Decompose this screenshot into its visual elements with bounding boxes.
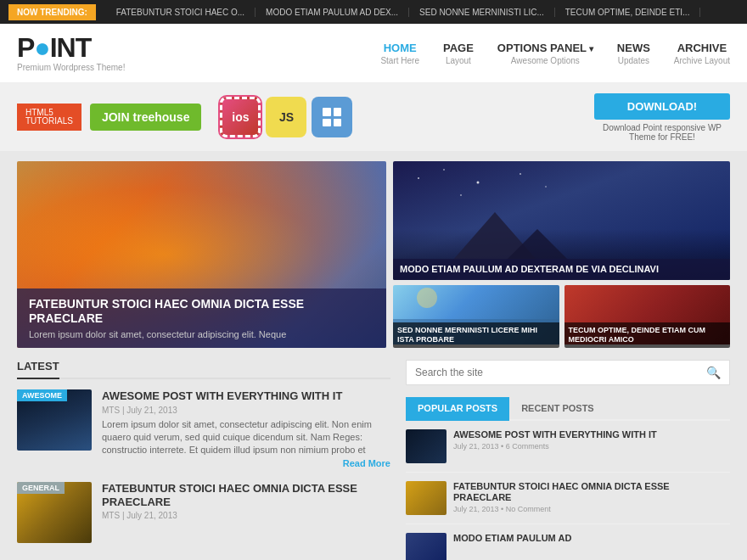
post-title-1[interactable]: AWESOME POST WITH EVERYTHING WITH IT: [102, 389, 390, 403]
grid-icon: [312, 97, 352, 137]
side-thumb-1-caption: SED NONNE MERNINISTI LICERE MIHI ISTA PR…: [393, 322, 559, 348]
nav-options-sub: Awesome Options: [497, 56, 593, 65]
nav-home-sub: Start Here: [380, 56, 419, 65]
post-excerpt-1: Lorem ipsum dolor sit amet, consectetur …: [102, 418, 390, 457]
trending-bar: NOW TRENDING: FATEBUNTUR STOICI HAEC O..…: [0, 0, 747, 24]
side-main-post[interactable]: MODO ETIAM PAULUM AD DEXTERAM DE VIA DEC…: [393, 161, 730, 280]
nav-archive-label: ARCHIVE: [674, 42, 730, 54]
post-date-1: July 21, 2013: [126, 406, 177, 415]
post-thumb-2[interactable]: GENERAL: [17, 482, 92, 543]
featured-caption: FATEBUNTUR STOICI HAEC OMNIA DICTA ESSE …: [17, 288, 386, 348]
trending-item-4[interactable]: TECUM OPTIME, DEINDE ETI...: [555, 8, 701, 17]
post-meta-1: MTS | July 21, 2013: [102, 406, 390, 415]
post-title-2[interactable]: FATEBUNTUR STOICI HAEC OMNIA DICTA ESSE …: [102, 482, 390, 508]
html5-banner: HTML5 TUTORIALS JOIN treehouse: [17, 104, 201, 131]
trending-item-2[interactable]: MODO ETIAM PAULUM AD DEX...: [256, 8, 409, 17]
logo-tagline: Premium Wordpress Theme!: [17, 63, 170, 72]
nav-page-label: PAGE: [443, 42, 474, 54]
sidebar-post-3: MODO ETIAM PAULUM AD: [406, 533, 730, 560]
svg-point-5: [460, 194, 462, 196]
nav-archive-sub: Archive Layout: [674, 56, 730, 65]
tab-popular-posts[interactable]: POPULAR POSTS: [406, 397, 509, 421]
sb-title-1[interactable]: AWESOME POST WITH EVERYTHING WITH IT: [453, 429, 657, 440]
side-thumb-2-title: TECUM OPTIME, DEINDE ETIAM CUM MEDIOCRI …: [569, 326, 727, 344]
download-button[interactable]: DOWNLOAD!: [594, 93, 730, 120]
treehouse-button[interactable]: JOIN treehouse: [90, 104, 202, 131]
featured-title: FATEBUNTUR STOICI HAEC OMNIA DICTA ESSE …: [29, 297, 374, 326]
side-main-title: MODO ETIAM PAULUM AD DEXTERAM DE VIA DEC…: [400, 264, 723, 275]
sb-comments-1: 6 Comments: [506, 442, 549, 451]
logo-area: P●INT Premium Wordpress Theme!: [17, 34, 170, 72]
trending-items: FATEBUNTUR STOICI HAEC O... MODO ETIAM P…: [106, 8, 739, 17]
post-meta-2: MTS | July 21, 2013: [102, 511, 390, 520]
tab-recent-posts[interactable]: RECENT POSTS: [509, 397, 606, 421]
nav-archive[interactable]: ARCHIVE Archive Layout: [674, 42, 730, 65]
side-main-caption: MODO ETIAM PAULUM AD DEXTERAM DE VIA DEC…: [393, 259, 730, 280]
search-icon[interactable]: 🔍: [706, 366, 721, 379]
sb-thumb-2[interactable]: [406, 481, 447, 515]
logo[interactable]: P●INT: [17, 34, 170, 61]
post-tag-2: GENERAL: [17, 482, 65, 494]
tabs-bar: POPULAR POSTS RECENT POSTS: [406, 397, 730, 421]
post-item-2: GENERAL FATEBUNTUR STOICI HAEC OMNIA DIC…: [17, 482, 390, 543]
nav-news-sub: Updates: [617, 56, 650, 65]
sb-thumb-3-image: [406, 533, 447, 560]
post-date-2: July 21, 2013: [126, 511, 177, 520]
sb-title-2[interactable]: FATEBUNTUR STOICI HAEC OMNIA DICTA ESSE …: [453, 481, 730, 503]
nav-page[interactable]: PAGE Layout: [443, 42, 474, 65]
sb-content-1: AWESOME POST WITH EVERYTHING WITH IT Jul…: [453, 429, 657, 463]
nav-news-label: NEWS: [617, 42, 650, 54]
post-author-2: MTS: [102, 511, 120, 520]
nav-options[interactable]: OPTIONS PANEL Awesome Options: [497, 42, 593, 65]
download-section: DOWNLOAD! Download Point responsive WP T…: [594, 93, 730, 142]
post-thumb-1[interactable]: AWESOME: [17, 389, 92, 451]
search-box[interactable]: 🔍: [406, 360, 730, 385]
sb-meta-1: July 21, 2013 • 6 Comments: [453, 442, 657, 451]
svg-point-4: [545, 186, 547, 188]
search-input[interactable]: [415, 367, 706, 378]
logo-dot: ●: [34, 32, 49, 63]
nav-page-sub: Layout: [443, 56, 474, 65]
nav-home[interactable]: HOME Start Here: [380, 42, 419, 65]
post-content-1: AWESOME POST WITH EVERYTHING WITH IT MTS…: [102, 389, 390, 470]
nav-home-label: HOME: [380, 42, 419, 54]
download-text: Download Point responsive WP Theme for F…: [594, 123, 730, 142]
svg-point-1: [443, 169, 445, 171]
nav-options-label: OPTIONS PANEL: [497, 42, 593, 54]
post-author-1: MTS: [102, 406, 120, 415]
sb-content-2: FATEBUNTUR STOICI HAEC OMNIA DICTA ESSE …: [453, 481, 730, 515]
svg-point-3: [520, 173, 521, 175]
side-thumb-1[interactable]: SED NONNE MERNINISTI LICERE MIHI ISTA PR…: [393, 285, 559, 348]
html5-sub: TUTORIALS: [25, 117, 73, 126]
sb-meta-2: July 21, 2013 • No Comment: [453, 505, 730, 513]
post-tag-1: AWESOME: [17, 389, 67, 401]
post-content-2: FATEBUNTUR STOICI HAEC OMNIA DICTA ESSE …: [102, 482, 390, 543]
sidebar: 🔍 POPULAR POSTS RECENT POSTS AWESOME POS…: [406, 360, 730, 560]
main-nav: HOME Start Here PAGE Layout OPTIONS PANE…: [380, 42, 730, 65]
trending-item-1[interactable]: FATEBUNTUR STOICI HAEC O...: [106, 8, 256, 17]
svg-point-0: [418, 177, 419, 179]
side-thumb-2[interactable]: TECUM OPTIME, DEINDE ETIAM CUM MEDIOCRI …: [564, 285, 731, 348]
sb-title-3[interactable]: MODO ETIAM PAULUM AD: [453, 533, 571, 544]
latest-header: LATEST: [17, 360, 390, 379]
banner: HTML5 TUTORIALS JOIN treehouse ios JS DO…: [0, 83, 747, 151]
js-icon: JS: [266, 97, 306, 137]
nav-news[interactable]: NEWS Updates: [617, 42, 650, 65]
sb-thumb-1[interactable]: [406, 429, 447, 463]
sb-thumb-1-image: [406, 429, 447, 463]
side-thumbs: SED NONNE MERNINISTI LICERE MIHI ISTA PR…: [393, 285, 730, 348]
sb-thumb-2-image: [406, 481, 447, 515]
sb-thumb-3[interactable]: [406, 533, 447, 560]
featured-excerpt: Lorem ipsum dolor sit amet, consectetur …: [29, 329, 374, 339]
header: P●INT Premium Wordpress Theme! HOME Star…: [0, 24, 747, 83]
bottom-section: LATEST AWESOME AWESOME POST WITH EVERYTH…: [0, 360, 747, 560]
trending-item-3[interactable]: SED NONNE MERNINISTI LIC...: [409, 8, 555, 17]
read-more-1[interactable]: Read More: [343, 457, 390, 470]
side-thumb-2-caption: TECUM OPTIME, DEINDE ETIAM CUM MEDIOCRI …: [564, 322, 731, 348]
sb-content-3: MODO ETIAM PAULUM AD: [453, 533, 571, 560]
sb-date-2: July 21, 2013: [453, 505, 499, 513]
featured-post[interactable]: FATEBUNTUR STOICI HAEC OMNIA DICTA ESSE …: [17, 161, 386, 348]
latest-title: LATEST: [17, 360, 59, 379]
sidebar-post-2: FATEBUNTUR STOICI HAEC OMNIA DICTA ESSE …: [406, 481, 730, 524]
svg-point-8: [417, 288, 437, 308]
